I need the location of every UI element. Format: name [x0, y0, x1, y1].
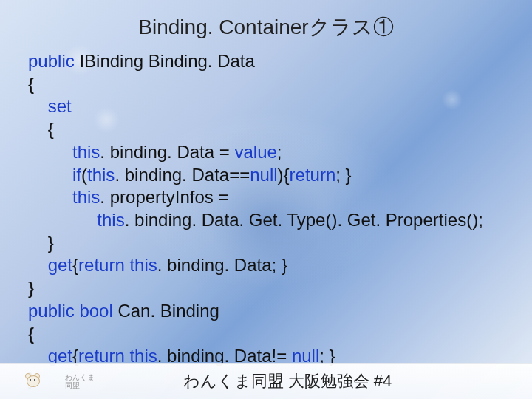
code-text: . binding. Data==	[115, 165, 250, 185]
code-text: ;	[277, 142, 282, 162]
kw-return: return	[78, 255, 125, 275]
footer: わんくま 同盟 わんくま同盟 大阪勉強会 #4	[0, 363, 532, 399]
kw-this: this	[87, 165, 115, 185]
footer-logo	[22, 368, 59, 395]
kw-get: get	[28, 255, 72, 275]
kw-return: return	[290, 165, 336, 185]
code-text: {	[28, 119, 54, 139]
code-text: . binding. Data; }	[157, 255, 287, 275]
code-text: }	[28, 278, 34, 298]
logo-text-line2: 同盟	[65, 381, 80, 389]
slide-title: Binding. Containerクラス①	[0, 0, 532, 50]
code-text: . binding. Data. Get. Type(). Get. Prope…	[125, 210, 483, 230]
kw-this: this	[28, 187, 100, 207]
kw-set: set	[28, 96, 72, 116]
kw-public: public	[28, 51, 75, 71]
code-text: (	[81, 165, 87, 185]
logo-text-line1: わんくま	[65, 373, 95, 381]
kw-this: this	[28, 210, 125, 230]
code-text: Can. Binding	[113, 301, 219, 321]
code-text: . propertyInfos =	[100, 187, 228, 207]
kw-bool: bool	[75, 301, 113, 321]
code-block: public IBinding Binding. Data { set { th…	[28, 50, 510, 391]
kw-public: public	[28, 301, 75, 321]
code-text: {	[72, 255, 78, 275]
kw-this: this	[28, 142, 100, 162]
code-text: {	[28, 324, 34, 344]
code-text: ){	[278, 165, 290, 185]
kw-value: value	[234, 142, 276, 162]
code-text: ; }	[335, 165, 351, 185]
kw-null: null	[250, 165, 277, 185]
kw-if: if	[28, 165, 81, 185]
code-text: {	[28, 74, 34, 94]
footer-logo-text: わんくま 同盟	[65, 373, 95, 389]
code-text: . binding. Data =	[100, 142, 234, 162]
code-text: IBinding Binding. Data	[75, 51, 255, 71]
footer-text: わんくま同盟 大阪勉強会 #4	[95, 370, 532, 392]
code-text: }	[28, 233, 54, 253]
kw-this: this	[125, 255, 157, 275]
bear-icon	[25, 374, 40, 387]
